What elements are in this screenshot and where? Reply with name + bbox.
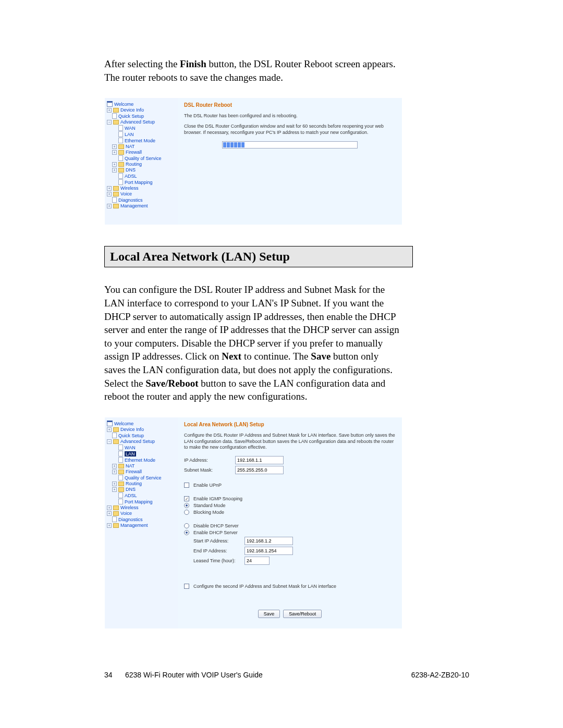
progress-bar <box>222 141 358 149</box>
nav-firewall[interactable]: Firewall <box>126 469 142 474</box>
nav-nat[interactable]: NAT <box>126 144 134 149</box>
page-icon <box>118 451 123 456</box>
start-ip-label: Start IP Address: <box>193 538 240 544</box>
blocking-mode-radio[interactable] <box>184 510 189 515</box>
page-icon <box>112 113 117 119</box>
nav-lan-selected[interactable]: LAN <box>125 451 136 456</box>
folder-icon <box>118 487 124 492</box>
nav-device-info[interactable]: Device Info <box>120 427 144 432</box>
expand-icon[interactable]: + <box>107 511 112 516</box>
standard-mode-radio[interactable] <box>184 503 189 508</box>
nav-wan[interactable]: WAN <box>125 445 136 450</box>
expand-icon[interactable]: + <box>107 204 112 208</box>
screenshot-lan-setup: Welcome +Device Info Quick Setup −Advanc… <box>104 417 402 629</box>
nav-ethernet-mode[interactable]: Ethernet Mode <box>125 458 155 463</box>
nav-firewall[interactable]: Firewall <box>126 150 142 155</box>
page-icon <box>118 492 123 498</box>
folder-icon <box>118 482 124 486</box>
folder-icon <box>113 511 119 516</box>
save-reboot-button[interactable]: Save/Reboot <box>283 610 322 618</box>
second-ip-checkbox[interactable] <box>184 584 189 589</box>
folder-icon <box>113 108 119 113</box>
expand-icon[interactable]: + <box>107 427 112 432</box>
nav-lan[interactable]: LAN <box>125 132 134 137</box>
folder-icon <box>113 523 119 528</box>
nav-device-info[interactable]: Device Info <box>120 107 144 113</box>
ip-address-input[interactable] <box>235 456 284 464</box>
nav-welcome[interactable]: Welcome <box>114 421 133 426</box>
nav-dns[interactable]: DNS <box>126 167 136 172</box>
reboot-panel: DSL Router Reboot The DSL Router has bee… <box>178 98 402 225</box>
nav-advanced-setup[interactable]: Advanced Setup <box>120 439 155 444</box>
lease-time-input[interactable] <box>244 557 270 565</box>
end-ip-input[interactable] <box>244 547 293 555</box>
expand-icon[interactable]: + <box>107 108 112 113</box>
text: After selecting the <box>104 58 180 69</box>
disable-dhcp-radio[interactable] <box>184 523 189 528</box>
save-bold: Save <box>311 351 331 362</box>
nav-diagnostics[interactable]: Diagnostics <box>118 198 143 203</box>
nav-wireless[interactable]: Wireless <box>120 186 139 191</box>
nav-routing[interactable]: Routing <box>126 162 142 167</box>
expand-icon[interactable]: + <box>107 523 112 528</box>
disable-dhcp-label: Disable DHCP Server <box>193 523 239 528</box>
nav-management[interactable]: Management <box>120 203 148 208</box>
section-heading-bar: Local Area Network (LAN) Setup <box>104 246 413 267</box>
nav-quick-setup[interactable]: Quick Setup <box>118 114 144 119</box>
expand-icon[interactable]: + <box>112 470 117 474</box>
page-icon <box>118 445 123 450</box>
expand-icon[interactable]: + <box>112 168 117 172</box>
standard-mode-label: Standard Mode <box>193 503 226 508</box>
doc-title: 6238 Wi-Fi Router with VOIP User's Guide <box>125 671 411 679</box>
nav-welcome[interactable]: Welcome <box>114 102 133 107</box>
nav-port-mapping[interactable]: Port Mapping <box>125 499 153 504</box>
save-button[interactable]: Save <box>258 610 280 618</box>
folder-icon <box>113 439 119 444</box>
page-icon <box>118 173 123 179</box>
nav-advanced-setup[interactable]: Advanced Setup <box>120 119 155 125</box>
igmp-label: Enable IGMP Snooping <box>193 496 242 501</box>
reboot-msg-1: The DSL Router has been configured and i… <box>184 113 396 118</box>
nav-wan[interactable]: WAN <box>125 126 136 131</box>
subnet-mask-input[interactable] <box>235 466 284 474</box>
expand-icon[interactable]: + <box>112 144 117 149</box>
expand-icon[interactable]: + <box>112 482 117 486</box>
collapse-icon[interactable]: − <box>107 120 112 125</box>
nav-ethernet-mode[interactable]: Ethernet Mode <box>125 138 155 143</box>
collapse-icon[interactable]: − <box>107 439 112 444</box>
upnp-label: Enable UPnP <box>193 483 222 488</box>
expand-icon[interactable]: + <box>107 505 112 510</box>
start-ip-input[interactable] <box>244 537 293 545</box>
panel-title: DSL Router Reboot <box>184 102 396 108</box>
nav-voice[interactable]: Voice <box>120 191 132 196</box>
folder-icon <box>118 464 124 468</box>
expand-icon[interactable]: + <box>112 487 117 492</box>
nav-adsl[interactable]: ADSL <box>125 174 137 179</box>
nav-qos[interactable]: Quality of Service <box>125 156 162 161</box>
intro-paragraph-1: After selecting the Finish button, the D… <box>104 57 401 84</box>
nav-quick-setup[interactable]: Quick Setup <box>118 433 144 438</box>
nav-routing[interactable]: Routing <box>126 481 142 486</box>
folder-icon <box>118 168 124 172</box>
panel-title: Local Area Network (LAN) Setup <box>184 422 396 427</box>
nav-adsl[interactable]: ADSL <box>125 493 137 498</box>
nav-voice[interactable]: Voice <box>120 511 132 516</box>
nav-wireless[interactable]: Wireless <box>120 505 139 510</box>
upnp-checkbox[interactable] <box>184 483 189 488</box>
expand-icon[interactable]: + <box>112 150 117 155</box>
nav-port-mapping[interactable]: Port Mapping <box>125 180 153 185</box>
nav-qos[interactable]: Quality of Service <box>125 475 162 480</box>
expand-icon[interactable]: + <box>112 464 117 468</box>
enable-dhcp-radio[interactable] <box>184 530 189 535</box>
expand-icon[interactable]: + <box>112 162 117 167</box>
page-icon <box>118 457 123 463</box>
igmp-checkbox[interactable]: ✓ <box>184 496 189 501</box>
expand-icon[interactable]: + <box>107 186 112 191</box>
nav-diagnostics[interactable]: Diagnostics <box>118 517 143 522</box>
nav-management[interactable]: Management <box>120 523 148 528</box>
nav-nat[interactable]: NAT <box>126 463 134 468</box>
expand-icon[interactable]: + <box>107 192 112 196</box>
nav-dns[interactable]: DNS <box>126 487 136 492</box>
folder-icon <box>113 427 119 432</box>
subnet-mask-label: Subnet Mask: <box>184 467 231 473</box>
